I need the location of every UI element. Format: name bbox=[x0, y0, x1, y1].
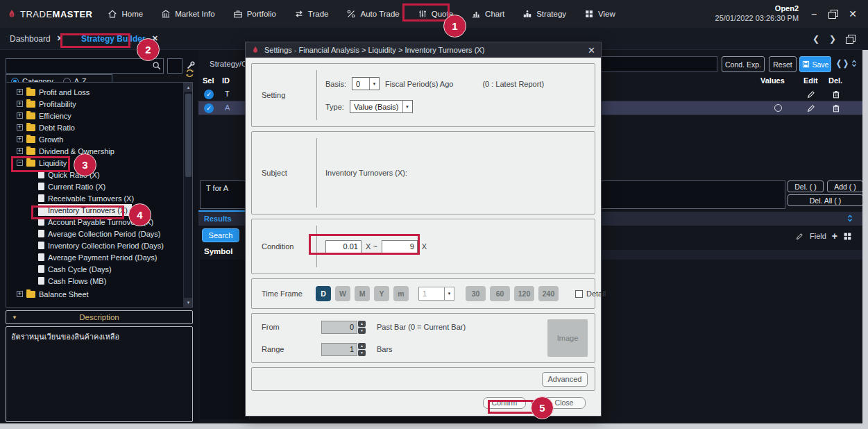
tab-windows-icon[interactable] bbox=[846, 35, 854, 43]
delete-trash-icon[interactable] bbox=[831, 90, 841, 99]
category-tree: +Profit and Loss +Profitability +Efficie… bbox=[6, 82, 193, 308]
main-nav: Home Market Info Portfolio Trade Auto Tr… bbox=[108, 9, 615, 19]
search-input[interactable] bbox=[6, 58, 164, 74]
range-stepper[interactable]: 1 ▲▼ bbox=[321, 343, 366, 356]
checked-circle-icon[interactable]: ✓ bbox=[204, 90, 214, 99]
subject-section-label: Subject bbox=[252, 132, 307, 214]
del-all-parens-button[interactable]: Del. All ( ) bbox=[788, 194, 863, 206]
tab-prev-icon[interactable]: ❮ bbox=[812, 34, 819, 44]
nav-home[interactable]: Home bbox=[108, 9, 143, 19]
row-id: T bbox=[225, 90, 230, 98]
nav-auto-trade[interactable]: Auto Trade bbox=[346, 9, 399, 19]
tree-item-receivable-turnovers[interactable]: Receivable Turnovers (X) bbox=[38, 192, 134, 204]
nav-view[interactable]: View bbox=[584, 9, 615, 19]
expand-plus-icon[interactable]: + bbox=[17, 89, 23, 95]
description-text: อัตราหมุนเวียนของสินค้าคงเหลือ bbox=[11, 333, 119, 341]
timeframe-day-button[interactable]: D bbox=[316, 286, 331, 301]
save-button[interactable]: Save bbox=[799, 56, 831, 72]
stepper-up-icon[interactable]: ▲ bbox=[358, 343, 366, 349]
timeframe-interval-select[interactable]: 1 ▼ bbox=[418, 287, 454, 301]
timeframe-30-button[interactable]: 30 bbox=[466, 286, 486, 301]
search-results-button[interactable]: Search bbox=[202, 228, 239, 242]
tree-item-cash-flows[interactable]: Cash Flows (MB) bbox=[38, 275, 106, 287]
edit-pencil-icon[interactable] bbox=[806, 103, 816, 113]
description-header[interactable]: ▼ Description bbox=[6, 310, 193, 324]
collapse-arrow-icon[interactable]: ▼ bbox=[12, 314, 17, 321]
tree-scrollbar[interactable]: ▲ ▼ bbox=[183, 83, 192, 307]
restore-button[interactable] bbox=[828, 10, 837, 18]
search-option-box[interactable] bbox=[167, 58, 182, 74]
advanced-button[interactable]: Advanced bbox=[542, 372, 588, 387]
reset-button[interactable]: Reset bbox=[769, 56, 797, 72]
timeframe-60-button[interactable]: 60 bbox=[490, 286, 510, 301]
reset-label: Reset bbox=[773, 60, 792, 69]
tree-folder-debt-ratio[interactable]: +Debt Ratio bbox=[10, 121, 75, 133]
results-tab[interactable]: Results bbox=[204, 214, 232, 223]
stepper-down-icon[interactable]: ▼ bbox=[358, 350, 366, 356]
band-expand-collapse-icon[interactable] bbox=[845, 212, 855, 224]
minimize-button[interactable]: − bbox=[811, 9, 817, 19]
image-button[interactable]: Image bbox=[547, 319, 588, 357]
checked-circle-icon[interactable]: ✓ bbox=[204, 103, 214, 113]
tree-item-average-collection-period[interactable]: Average Collection Period (Days) bbox=[38, 228, 160, 239]
expand-plus-icon[interactable]: + bbox=[17, 101, 23, 107]
expand-plus-icon[interactable]: + bbox=[17, 148, 23, 154]
code-left-icon[interactable]: ❬❭ bbox=[835, 58, 849, 68]
nav-chart[interactable]: Chart bbox=[471, 9, 504, 19]
file-icon bbox=[38, 183, 44, 190]
tree-item-average-payment-period[interactable]: Average Payment Period (Days) bbox=[38, 251, 158, 263]
nav-strategy[interactable]: Strategy bbox=[522, 9, 566, 19]
timeframe-240-button[interactable]: 240 bbox=[538, 286, 559, 301]
expand-plus-icon[interactable]: + bbox=[17, 136, 23, 142]
basis-select[interactable]: 0 ▼ bbox=[352, 77, 380, 90]
layout-grid-icon[interactable] bbox=[843, 232, 852, 241]
scroll-down-icon[interactable]: ▼ bbox=[184, 298, 193, 307]
dialog-titlebar[interactable]: Settings - Financial Analysis > Liquidit… bbox=[246, 42, 601, 58]
tree-folder-growth[interactable]: +Growth bbox=[10, 133, 63, 145]
expand-collapse-icon[interactable] bbox=[849, 57, 859, 69]
tree-folder-dividend-ownership[interactable]: +Dividend & Ownership bbox=[10, 145, 114, 157]
tree-item-cash-cycle[interactable]: Cash Cycle (Days) bbox=[38, 263, 112, 275]
expand-plus-icon[interactable]: + bbox=[17, 124, 23, 131]
delete-trash-icon[interactable] bbox=[831, 103, 841, 113]
type-select[interactable]: Value (Basis) ▼ bbox=[350, 100, 413, 113]
tree-item-inventory-collection-period[interactable]: Inventory Collection Period (Days) bbox=[38, 239, 164, 251]
tree-item-current-ratio[interactable]: Current Ratio (X) bbox=[38, 180, 105, 192]
detail-checkbox[interactable] bbox=[575, 290, 583, 298]
tab-dashboard[interactable]: Dashboard ✕ bbox=[10, 34, 63, 44]
scroll-thumb[interactable] bbox=[185, 94, 192, 177]
nav-portfolio[interactable]: Portfolio bbox=[233, 9, 276, 19]
nav-trade[interactable]: Trade bbox=[294, 9, 329, 19]
nav-chart-label: Chart bbox=[485, 10, 504, 18]
from-stepper[interactable]: 0 ▲▼ bbox=[321, 321, 366, 334]
tree-item-label: Inventory Collection Period (Days) bbox=[48, 242, 164, 250]
tab-next-icon[interactable]: ❯ bbox=[829, 34, 836, 44]
expand-plus-icon[interactable]: + bbox=[17, 291, 23, 297]
stepper-up-icon[interactable]: ▲ bbox=[358, 321, 366, 327]
scroll-up-icon[interactable]: ▲ bbox=[184, 83, 193, 92]
field-pencil-icon[interactable] bbox=[795, 232, 804, 241]
from-range-section: From 0 ▲▼ Past Bar (0 = Current Bar) Ran… bbox=[251, 313, 595, 363]
edit-pencil-icon[interactable] bbox=[806, 90, 816, 99]
field-label[interactable]: Field bbox=[810, 232, 826, 240]
timeframe-120-button[interactable]: 120 bbox=[514, 286, 534, 301]
timeframe-year-button[interactable]: Y bbox=[374, 286, 389, 301]
timeframe-month-button[interactable]: M bbox=[355, 286, 370, 301]
cond-exp-button[interactable]: Cond. Exp. bbox=[722, 56, 765, 72]
refresh-icon[interactable] bbox=[185, 68, 195, 78]
timeframe-minute-button[interactable]: m bbox=[393, 286, 409, 301]
timeframe-week-button[interactable]: W bbox=[335, 286, 350, 301]
tree-folder-balance-sheet[interactable]: +Balance Sheet bbox=[10, 288, 89, 300]
expand-plus-icon[interactable]: + bbox=[17, 112, 23, 119]
tree-folder-efficiency[interactable]: +Efficiency bbox=[10, 110, 71, 121]
tree-folder-profit-and-loss[interactable]: +Profit and Loss bbox=[10, 86, 90, 98]
values-circle-icon[interactable] bbox=[774, 104, 782, 112]
dialog-close-icon[interactable]: ✕ bbox=[588, 45, 595, 56]
add-field-icon[interactable]: + bbox=[832, 230, 837, 242]
nav-market-info[interactable]: Market Info bbox=[161, 9, 215, 19]
del-parens-button[interactable]: Del. ( ) bbox=[788, 180, 824, 192]
tree-folder-profitability[interactable]: +Profitability bbox=[10, 98, 76, 110]
close-button[interactable]: ✕ bbox=[849, 9, 857, 19]
add-parens-button[interactable]: Add ( ) bbox=[827, 180, 863, 192]
stepper-down-icon[interactable]: ▼ bbox=[358, 328, 366, 334]
